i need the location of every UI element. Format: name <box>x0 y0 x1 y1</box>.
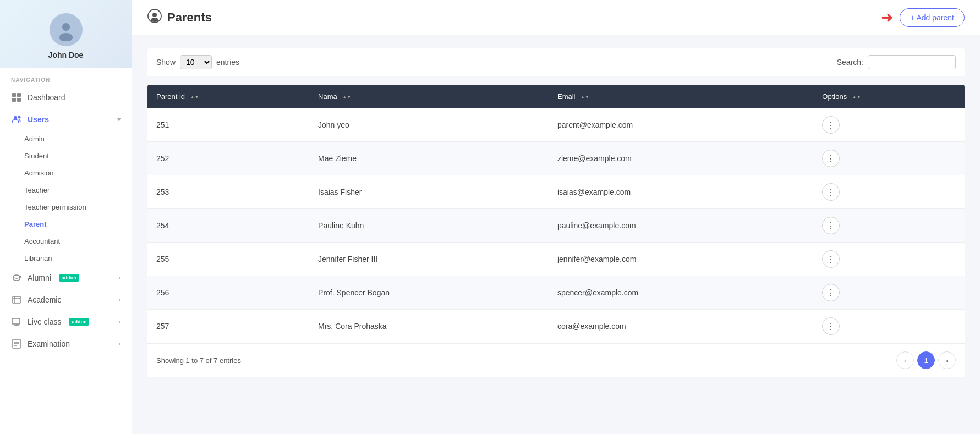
table-row: 252 Mae Zieme zieme@example.com ⋮ <box>147 142 965 175</box>
alumni-icon <box>11 272 22 283</box>
cell-options: ⋮ <box>813 243 965 276</box>
alumni-chevron: › <box>118 274 121 282</box>
entries-select[interactable]: 10 25 50 100 <box>180 55 212 69</box>
sidebar-item-accountant[interactable]: Accountant <box>0 233 132 250</box>
live-class-label: Live class <box>28 317 61 326</box>
sort-icon-email[interactable]: ▲▼ <box>581 95 589 100</box>
top-bar: Parents ➜ + Add parent <box>132 0 980 35</box>
content-area: Show 10 25 50 100 entries Search: Parent <box>132 35 980 434</box>
svg-rect-6 <box>17 98 21 102</box>
cell-id: 255 <box>147 243 309 276</box>
sort-icon-options[interactable]: ▲▼ <box>852 95 861 100</box>
sidebar-item-teacher[interactable]: Teacher <box>0 182 132 199</box>
sort-icon-nama[interactable]: ▲▼ <box>342 95 351 100</box>
sidebar-item-student[interactable]: Student <box>0 147 132 164</box>
live-class-icon <box>11 316 22 327</box>
cell-options: ⋮ <box>813 108 965 142</box>
svg-rect-13 <box>12 318 20 324</box>
svg-point-7 <box>14 116 17 119</box>
svg-rect-3 <box>12 93 16 97</box>
sidebar-item-librarian[interactable]: Librarian <box>0 250 132 267</box>
sidebar-item-admision[interactable]: Admision <box>0 164 132 182</box>
main-content: Parents ➜ + Add parent Show 10 25 50 100… <box>132 0 980 434</box>
search-area: Search: <box>837 55 956 69</box>
sidebar-item-academic[interactable]: Academic › <box>0 289 132 311</box>
cell-name: Isaias Fisher <box>309 175 549 209</box>
cell-email: cora@example.com <box>549 310 813 343</box>
pagination: ‹ 1 › <box>896 351 956 369</box>
arrow-indicator: ➜ + Add parent <box>880 8 965 27</box>
red-arrow-icon: ➜ <box>880 8 893 26</box>
entries-label: entries <box>216 58 239 67</box>
options-button[interactable]: ⋮ <box>822 116 840 134</box>
examination-chevron: › <box>118 340 121 348</box>
pagination-next[interactable]: › <box>938 351 956 369</box>
sort-icon-parent-id[interactable]: ▲▼ <box>190 95 199 100</box>
sidebar-item-admin[interactable]: Admin <box>0 130 132 147</box>
page-title-icon <box>147 9 162 26</box>
cell-email: isaias@example.com <box>549 175 813 209</box>
search-input[interactable] <box>868 55 956 69</box>
sidebar-item-live-class[interactable]: Live class addon › <box>0 311 132 333</box>
cell-options: ⋮ <box>813 175 965 209</box>
page-title-area: Parents <box>147 9 212 26</box>
options-button[interactable]: ⋮ <box>822 250 840 268</box>
users-chevron: ▾ <box>117 116 121 123</box>
svg-point-8 <box>18 116 21 119</box>
cell-id: 257 <box>147 310 309 343</box>
col-email: Email ▲▼ <box>549 85 813 108</box>
svg-point-9 <box>13 275 20 278</box>
col-options: Options ▲▼ <box>813 85 965 108</box>
cell-email: zieme@example.com <box>549 142 813 175</box>
pagination-page-1[interactable]: 1 <box>917 351 935 369</box>
cell-options: ⋮ <box>813 209 965 243</box>
examination-icon <box>11 338 22 349</box>
users-icon <box>11 114 22 125</box>
sidebar-item-dashboard[interactable]: Dashboard <box>0 86 132 108</box>
show-entries: Show 10 25 50 100 entries <box>156 55 239 69</box>
profile-section: John Doe <box>0 0 132 68</box>
live-class-addon-badge: addon <box>69 318 89 326</box>
table-row: 255 Jennifer Fisher III jennifer@example… <box>147 243 965 276</box>
sidebar-item-teacher-permission[interactable]: Teacher permission <box>0 199 132 216</box>
dashboard-label: Dashboard <box>28 93 65 102</box>
table-row: 256 Prof. Spencer Bogan spencer@example.… <box>147 276 965 310</box>
academic-icon <box>11 294 22 305</box>
cell-email: parent@example.com <box>549 108 813 142</box>
cell-id: 252 <box>147 142 309 175</box>
dashboard-icon <box>11 92 22 103</box>
showing-text: Showing 1 to 7 of 7 entries <box>156 356 241 365</box>
academic-chevron: › <box>118 296 121 304</box>
add-parent-button[interactable]: + Add parent <box>900 8 965 27</box>
sidebar-item-users[interactable]: Users ▾ <box>0 108 132 130</box>
col-nama: Nama ▲▼ <box>309 85 549 108</box>
examination-label: Examination <box>28 339 70 348</box>
parents-table: Parent id ▲▼ Nama ▲▼ Email ▲▼ Options ▲▼ <box>147 85 965 343</box>
options-button[interactable]: ⋮ <box>822 217 840 234</box>
options-button[interactable]: ⋮ <box>822 150 840 167</box>
svg-point-19 <box>152 13 157 17</box>
avatar <box>50 13 83 46</box>
pagination-prev[interactable]: ‹ <box>896 351 914 369</box>
cell-name: Prof. Spencer Bogan <box>309 276 549 310</box>
sidebar-item-parent[interactable]: Parent <box>0 216 132 233</box>
cell-options: ⋮ <box>813 142 965 175</box>
cell-name: Mrs. Cora Prohaska <box>309 310 549 343</box>
svg-rect-4 <box>17 93 21 97</box>
table-footer: Showing 1 to 7 of 7 entries ‹ 1 › <box>147 343 965 377</box>
table-row: 251 John yeo parent@example.com ⋮ <box>147 108 965 142</box>
search-label: Search: <box>837 58 863 67</box>
cell-id: 256 <box>147 276 309 310</box>
sidebar-item-alumni[interactable]: Alumni addon › <box>0 267 132 289</box>
cell-id: 253 <box>147 175 309 209</box>
cell-options: ⋮ <box>813 276 965 310</box>
sidebar-item-examination[interactable]: Examination › <box>0 333 132 355</box>
alumni-addon-badge: addon <box>59 274 79 282</box>
options-button[interactable]: ⋮ <box>822 284 840 301</box>
academic-label: Academic <box>28 295 61 304</box>
show-label: Show <box>156 58 176 67</box>
options-button[interactable]: ⋮ <box>822 183 840 201</box>
nav-section-label: NAVIGATION <box>0 68 132 86</box>
svg-rect-5 <box>12 98 16 102</box>
options-button[interactable]: ⋮ <box>822 317 840 335</box>
